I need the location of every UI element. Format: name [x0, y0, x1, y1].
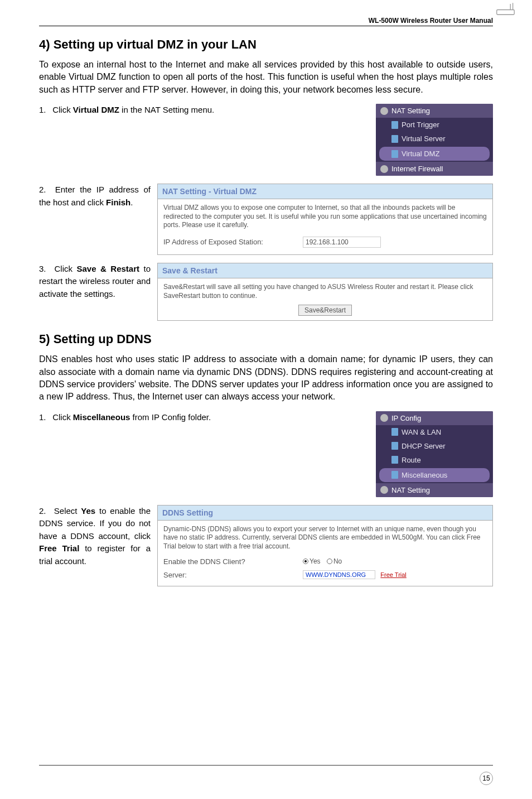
panel-title: Save & Restart	[158, 263, 492, 278]
radio-dot-icon	[327, 559, 332, 564]
section4-heading: 4) Setting up virtual DMZ in your LAN	[39, 37, 493, 52]
save-restart-button[interactable]: Save&Restart	[298, 305, 352, 316]
nav-header-nat-setting[interactable]: NAT Setting	[376, 483, 493, 497]
doc-icon	[391, 428, 398, 436]
gear-icon	[380, 486, 388, 494]
router-icon	[496, 3, 515, 17]
svg-rect-2	[497, 10, 515, 15]
nav-item-virtual-server[interactable]: Virtual Server	[376, 132, 493, 146]
step-text: Click	[54, 264, 76, 273]
panel-title: NAT Setting - Virtual DMZ	[158, 184, 492, 199]
radio-no[interactable]: No	[327, 557, 342, 565]
radio-dot-icon	[303, 559, 308, 564]
doc-icon	[391, 150, 398, 158]
section4-intro: To expose an internal host to the Intern…	[39, 59, 493, 96]
nav-item-virtual-dmz[interactable]: Virtual DMZ	[379, 147, 490, 161]
doc-icon	[391, 456, 398, 464]
nav-item-wan-lan[interactable]: WAN & LAN	[376, 425, 493, 439]
nav-header-ip-config[interactable]: IP Config	[376, 411, 493, 425]
panel-nat-virtual-dmz: NAT Setting - Virtual DMZ Virtual DMZ al…	[157, 184, 493, 255]
step-bold: Virtual DMZ	[73, 105, 119, 114]
step-number: 1.	[39, 411, 50, 424]
step-bold: Free Trial	[39, 543, 79, 553]
step-number: 1.	[39, 104, 50, 117]
page-number: 15	[480, 772, 493, 785]
doc-icon	[391, 135, 398, 143]
field-label-server: Server:	[163, 571, 297, 579]
doc-icon	[391, 471, 398, 479]
step-bold: Save & Restart	[76, 264, 139, 273]
doc-icon	[391, 442, 398, 450]
radio-yes[interactable]: Yes	[303, 557, 321, 565]
footer-divider	[39, 765, 493, 766]
step-text: from IP Config folder.	[130, 412, 211, 422]
step-bold: Yes	[81, 506, 95, 516]
panel-title: DDNS Setting	[158, 506, 492, 521]
field-value-ip-address[interactable]: 192.168.1.100	[303, 237, 381, 248]
panel-ddns-setting: DDNS Setting Dynamic-DNS (DDNS) allows y…	[157, 505, 493, 587]
step-text: .	[130, 198, 133, 207]
step-bold: Miscellaneous	[73, 412, 130, 422]
panel-description: Save&Restart will save all setting you h…	[163, 283, 487, 300]
step-text: in the NAT Setting menu.	[119, 105, 214, 114]
doc-icon	[391, 121, 398, 129]
server-select[interactable]: WWW.DYNDNS.ORG	[303, 570, 375, 579]
nav-item-dhcp-server[interactable]: DHCP Server	[376, 439, 493, 453]
step-text: Click	[52, 412, 73, 422]
step-text: Select	[54, 506, 81, 516]
gear-icon	[380, 165, 388, 173]
gear-icon	[380, 414, 388, 422]
panel-description: Virtual DMZ allows you to expose one com…	[163, 204, 487, 230]
step-text: Enter the IP address of the host and cli…	[39, 185, 151, 207]
free-trial-link[interactable]: Free Trial	[380, 571, 406, 578]
field-label-enable-ddns: Enable the DDNS Client?	[163, 557, 297, 566]
panel-description: Dynamic-DNS (DDNS) allows you to export …	[163, 525, 487, 551]
panel-save-restart: Save & Restart Save&Restart will save al…	[157, 263, 493, 321]
nav-header-nat-setting[interactable]: NAT Setting	[376, 104, 493, 118]
nav-header-internet-firewall[interactable]: Internet Firewall	[376, 162, 493, 176]
section5-heading: 5) Setting up DDNS	[39, 332, 493, 346]
section5-intro: DNS enables host who uses static IP addr…	[39, 353, 493, 403]
step-number: 2.	[39, 505, 50, 518]
nav-item-route[interactable]: Route	[376, 453, 493, 467]
step-bold: Finish	[106, 198, 130, 207]
gear-icon	[380, 107, 388, 115]
step-number: 3.	[39, 263, 50, 276]
header-title: WL-500W Wireless Router User Manual	[39, 17, 493, 25]
step-text: Click	[52, 105, 73, 114]
nav-item-miscellaneous[interactable]: Miscellaneous	[379, 468, 490, 482]
nav-item-port-trigger[interactable]: Port Trigger	[376, 118, 493, 132]
field-label-ip-address: IP Address of Exposed Station:	[163, 238, 297, 246]
step-number: 2.	[39, 184, 50, 196]
